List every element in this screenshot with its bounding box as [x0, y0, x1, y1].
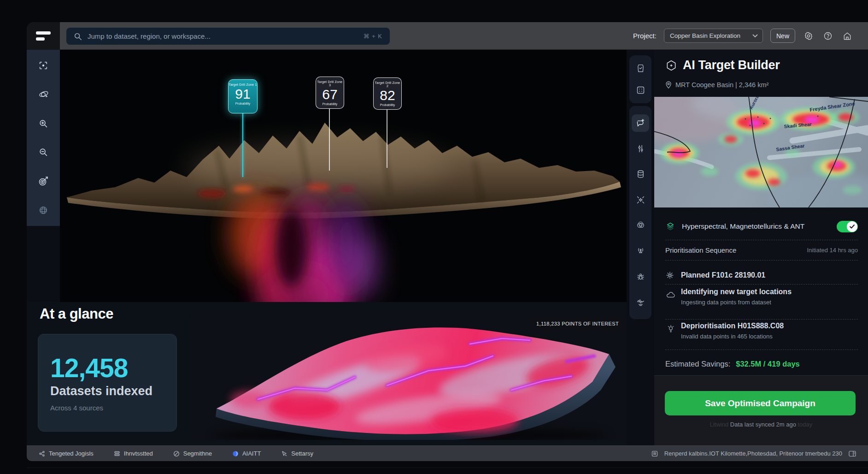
dataset-toggle-label: Hyperspectral, Magnetotellurics & ANT	[682, 222, 830, 231]
search-icon	[74, 32, 82, 41]
sequence-item-subtitle: Ingesting data points from dataset	[681, 299, 858, 306]
dataset-toggle[interactable]	[837, 221, 858, 232]
app-logo[interactable]	[27, 22, 60, 50]
topbar-right: Project: Copper Basin Exploration New	[633, 29, 868, 43]
sequence-item-title: Planned F101c 28190.01	[681, 271, 765, 279]
sequence-item[interactable]: Identifying new target locations Ingesti…	[654, 288, 868, 316]
marker-caption: Probability	[316, 102, 344, 106]
drill-zone-marker[interactable]: Target Drill Zone 3 67 Probability	[316, 77, 344, 109]
seismic-wave-icon[interactable]	[632, 293, 649, 311]
sync-ghost-text: Litwind	[710, 421, 728, 428]
check-icon	[850, 225, 855, 229]
drill-zone-marker[interactable]: Target Drill Zone 2 82 Probability	[373, 77, 402, 110]
poi-count-badge: 1,118,233 POINTS OF INTEREST	[531, 317, 624, 330]
orbit-3d-icon[interactable]	[34, 85, 53, 104]
status-item[interactable]: Ihnvtsstted	[114, 450, 153, 457]
savings-row: Estimated Savings: $32.5M / 419 days	[654, 356, 868, 372]
marker-probability-value: 82	[374, 88, 401, 103]
registered-icon	[651, 450, 658, 457]
status-item[interactable]: Settarsy	[281, 450, 313, 457]
save-campaign-button[interactable]: Save Optimised Campaign	[665, 391, 856, 415]
globe-sphere-icon[interactable]	[34, 201, 53, 219]
status-right-text: Renperd kalbins.IOT Kilomette,Photesdad,…	[664, 450, 842, 457]
database-icon[interactable]	[632, 166, 649, 183]
target-icon[interactable]	[34, 172, 53, 190]
sync-ghost-text: today	[798, 421, 812, 428]
sync-status: Litwind Data last synced 2m ago today	[654, 421, 868, 428]
terrain-3d-viewport[interactable]: Target Drill Zone 1 91 Probability Targe…	[60, 50, 627, 302]
datasets-stat-card: 12,458 Datasets indexed Across 4 sources	[38, 334, 177, 432]
project-label: Project:	[633, 32, 657, 40]
divider	[665, 319, 858, 320]
zoom-out-icon[interactable]	[34, 143, 53, 161]
venn-layers-icon[interactable]	[632, 217, 649, 234]
sequence-item-title: Identifying new target locations	[681, 288, 858, 296]
grid-panels-icon[interactable]	[632, 82, 649, 99]
status-item[interactable]: Tengeted Jogisls	[39, 450, 94, 457]
savings-label: Estimated Savings:	[665, 360, 730, 368]
search-shortcut: ⌘ + K	[364, 33, 383, 40]
marker-probability-value: 91	[229, 86, 257, 102]
status-item[interactable]: AIAITT	[232, 450, 261, 457]
glance-heading: At a glance	[40, 306, 113, 322]
sequence-meta: Initiated 14 hrs ago	[807, 247, 858, 254]
marker-line	[329, 109, 330, 171]
panel-layout-icon[interactable]	[849, 450, 856, 457]
datasets-count: 12,458	[50, 353, 164, 383]
new-project-button[interactable]: New	[770, 29, 795, 43]
panel-title: AI Target Builder	[683, 58, 780, 72]
sparkle-expand-icon[interactable]	[632, 191, 649, 208]
map-pin-icon	[665, 81, 672, 89]
panel-header: AI Target Builder	[665, 58, 780, 72]
sliders-icon[interactable]	[632, 140, 649, 157]
slash-circle-icon	[173, 450, 180, 457]
status-item-label: AIAITT	[242, 450, 261, 457]
panel-location: MRT Coogee Basin | 2,346 km²	[665, 81, 768, 89]
home-icon[interactable]	[841, 30, 853, 42]
status-item-label: Segmithne	[183, 450, 212, 457]
search-input[interactable]	[88, 32, 358, 40]
chat-add-icon[interactable]	[632, 114, 649, 132]
panel-footer: Save Optimised Campaign Litwind Data las…	[654, 375, 868, 445]
poi-terrain-map[interactable]: 1,118,233 POINTS OF INTEREST	[189, 312, 627, 440]
layers-diamond-icon	[665, 221, 675, 231]
drill-zone-marker[interactable]: Target Drill Zone 1 91 Probability	[228, 79, 258, 113]
status-bar-right: Renperd kalbins.IOT Kilomette,Photesdad,…	[651, 450, 856, 457]
zoom-in-icon[interactable]	[34, 114, 53, 133]
chevron-down-icon	[752, 34, 758, 38]
share-icon	[39, 450, 45, 457]
project-select[interactable]: Copper Basin Exploration	[664, 29, 763, 43]
focus-scan-icon[interactable]	[34, 56, 53, 75]
status-item[interactable]: Segmithne	[173, 450, 212, 457]
cloud-icon	[666, 290, 675, 300]
logo-bar	[36, 31, 51, 35]
poi-terrain-render	[189, 312, 627, 440]
panel-location-text: MRT Coogee Basin | 2,346 km²	[675, 81, 768, 89]
ai-orb-icon	[232, 450, 239, 457]
help-icon[interactable]	[822, 30, 834, 42]
prospectivity-heatmap: Aurora Freyda Shear Zone Skadi Shear Sas…	[654, 97, 868, 207]
sequence-item[interactable]: Deprioritisation H01S888.C08 Invalid dat…	[654, 322, 868, 350]
sequence-item-subtitle: Invalid data points in 465 locations	[681, 333, 858, 340]
status-item-label: Settarsy	[291, 450, 313, 457]
bug-sensor-icon[interactable]	[632, 268, 649, 285]
sequence-item[interactable]: Planned F101c 28190.01	[654, 265, 868, 286]
sequence-title: Prioritisation Sequence	[665, 246, 807, 254]
bulb-icon	[666, 325, 675, 334]
settings-gear-icon[interactable]	[803, 30, 815, 42]
marker-zone-label: Target Drill Zone 2	[374, 81, 401, 88]
status-item-label: Ihnvtsstted	[124, 450, 153, 457]
badge-check-icon[interactable]	[632, 59, 649, 77]
marker-zone-label: Target Drill Zone 3	[316, 80, 344, 87]
broadcast-icon[interactable]	[632, 242, 649, 260]
burst-icon	[665, 271, 674, 280]
project-value: Copper Basin Exploration	[670, 32, 740, 39]
marker-caption: Probability	[229, 102, 257, 105]
marker-probability-value: 67	[316, 87, 344, 102]
stack-icon	[114, 450, 120, 457]
global-search[interactable]: ⌘ + K	[66, 28, 390, 45]
divider	[665, 240, 858, 240]
savings-value: $32.5M / 419 days	[736, 360, 800, 368]
marker-line	[242, 113, 243, 177]
status-item-label: Tengeted Jogisls	[49, 450, 94, 457]
